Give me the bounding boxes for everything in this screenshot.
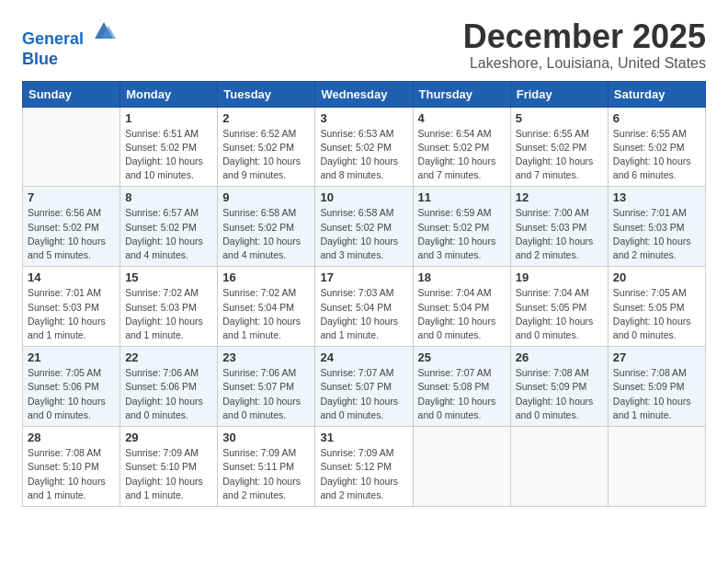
page-header: General Blue December 2025 Lakeshore, Lo… xyxy=(22,18,706,72)
calendar-cell: 23Sunrise: 7:06 AM Sunset: 5:07 PM Dayli… xyxy=(218,347,315,427)
day-detail: Sunrise: 6:59 AM Sunset: 5:02 PM Dayligh… xyxy=(418,206,506,262)
calendar-cell: 7Sunrise: 6:56 AM Sunset: 5:02 PM Daylig… xyxy=(23,187,120,267)
day-detail: Sunrise: 6:58 AM Sunset: 5:02 PM Dayligh… xyxy=(320,206,407,262)
calendar-week-row: 28Sunrise: 7:08 AM Sunset: 5:10 PM Dayli… xyxy=(23,427,706,507)
logo-blue: Blue xyxy=(22,50,118,70)
day-number: 22 xyxy=(125,350,212,364)
day-detail: Sunrise: 7:05 AM Sunset: 5:06 PM Dayligh… xyxy=(28,366,115,422)
calendar-cell: 2Sunrise: 6:52 AM Sunset: 5:02 PM Daylig… xyxy=(218,107,315,187)
day-detail: Sunrise: 6:58 AM Sunset: 5:02 PM Dayligh… xyxy=(222,206,310,262)
calendar-cell: 5Sunrise: 6:55 AM Sunset: 5:02 PM Daylig… xyxy=(510,107,608,187)
day-detail: Sunrise: 7:04 AM Sunset: 5:04 PM Dayligh… xyxy=(418,286,506,342)
logo-text: General xyxy=(22,18,118,50)
day-number: 20 xyxy=(613,270,700,284)
weekday-header-saturday: Saturday xyxy=(608,81,705,107)
calendar-cell: 6Sunrise: 6:55 AM Sunset: 5:02 PM Daylig… xyxy=(608,107,705,187)
calendar-cell: 21Sunrise: 7:05 AM Sunset: 5:06 PM Dayli… xyxy=(23,347,120,427)
logo-general: General xyxy=(22,29,84,48)
logo-icon xyxy=(90,18,118,44)
calendar-table: SundayMondayTuesdayWednesdayThursdayFrid… xyxy=(22,81,706,507)
day-number: 15 xyxy=(125,270,212,284)
day-detail: Sunrise: 6:55 AM Sunset: 5:02 PM Dayligh… xyxy=(613,127,700,183)
calendar-cell: 14Sunrise: 7:01 AM Sunset: 5:03 PM Dayli… xyxy=(23,267,120,347)
day-detail: Sunrise: 7:08 AM Sunset: 5:09 PM Dayligh… xyxy=(613,366,700,422)
day-number: 8 xyxy=(125,190,212,204)
weekday-header-wednesday: Wednesday xyxy=(315,81,413,107)
calendar-cell: 30Sunrise: 7:09 AM Sunset: 5:11 PM Dayli… xyxy=(218,427,315,507)
calendar-cell: 3Sunrise: 6:53 AM Sunset: 5:02 PM Daylig… xyxy=(315,107,413,187)
calendar-subtitle: Lakeshore, Louisiana, United States xyxy=(463,55,706,72)
day-detail: Sunrise: 7:02 AM Sunset: 5:03 PM Dayligh… xyxy=(125,286,212,342)
title-block: December 2025 Lakeshore, Louisiana, Unit… xyxy=(463,18,706,72)
calendar-cell: 28Sunrise: 7:08 AM Sunset: 5:10 PM Dayli… xyxy=(23,427,120,507)
day-detail: Sunrise: 7:09 AM Sunset: 5:11 PM Dayligh… xyxy=(222,446,310,502)
calendar-week-row: 7Sunrise: 6:56 AM Sunset: 5:02 PM Daylig… xyxy=(23,187,706,267)
day-number: 3 xyxy=(320,111,407,125)
calendar-cell: 29Sunrise: 7:09 AM Sunset: 5:10 PM Dayli… xyxy=(120,427,218,507)
calendar-cell: 24Sunrise: 7:07 AM Sunset: 5:07 PM Dayli… xyxy=(315,347,413,427)
calendar-cell xyxy=(413,427,510,507)
day-number: 31 xyxy=(320,431,407,444)
calendar-cell: 9Sunrise: 6:58 AM Sunset: 5:02 PM Daylig… xyxy=(218,187,315,267)
day-detail: Sunrise: 6:51 AM Sunset: 5:02 PM Dayligh… xyxy=(125,127,212,183)
day-number: 4 xyxy=(418,111,506,125)
day-detail: Sunrise: 7:07 AM Sunset: 5:07 PM Dayligh… xyxy=(320,366,407,422)
day-detail: Sunrise: 7:06 AM Sunset: 5:06 PM Dayligh… xyxy=(125,366,212,422)
calendar-cell: 11Sunrise: 6:59 AM Sunset: 5:02 PM Dayli… xyxy=(413,187,510,267)
calendar-cell: 27Sunrise: 7:08 AM Sunset: 5:09 PM Dayli… xyxy=(608,347,705,427)
day-number: 19 xyxy=(516,270,603,284)
day-detail: Sunrise: 6:55 AM Sunset: 5:02 PM Dayligh… xyxy=(516,127,603,183)
calendar-cell: 18Sunrise: 7:04 AM Sunset: 5:04 PM Dayli… xyxy=(413,267,510,347)
calendar-cell: 22Sunrise: 7:06 AM Sunset: 5:06 PM Dayli… xyxy=(120,347,218,427)
calendar-cell xyxy=(608,427,705,507)
calendar-cell: 12Sunrise: 7:00 AM Sunset: 5:03 PM Dayli… xyxy=(510,187,608,267)
day-number: 28 xyxy=(28,431,115,444)
weekday-header-monday: Monday xyxy=(120,81,218,107)
calendar-week-row: 1Sunrise: 6:51 AM Sunset: 5:02 PM Daylig… xyxy=(23,107,706,187)
day-number: 10 xyxy=(320,190,407,204)
day-detail: Sunrise: 6:52 AM Sunset: 5:02 PM Dayligh… xyxy=(222,127,310,183)
day-number: 14 xyxy=(28,270,115,284)
logo: General Blue xyxy=(22,18,118,69)
day-detail: Sunrise: 6:53 AM Sunset: 5:02 PM Dayligh… xyxy=(320,127,407,183)
day-detail: Sunrise: 7:01 AM Sunset: 5:03 PM Dayligh… xyxy=(613,206,700,262)
day-number: 23 xyxy=(222,350,310,364)
day-number: 27 xyxy=(613,350,700,364)
day-number: 6 xyxy=(613,111,700,125)
weekday-header-row: SundayMondayTuesdayWednesdayThursdayFrid… xyxy=(23,81,706,107)
day-number: 26 xyxy=(516,350,603,364)
day-number: 25 xyxy=(418,350,506,364)
day-detail: Sunrise: 6:57 AM Sunset: 5:02 PM Dayligh… xyxy=(125,206,212,262)
day-number: 9 xyxy=(222,190,310,204)
day-number: 5 xyxy=(516,111,603,125)
calendar-cell xyxy=(23,107,120,187)
calendar-cell: 8Sunrise: 6:57 AM Sunset: 5:02 PM Daylig… xyxy=(120,187,218,267)
day-number: 17 xyxy=(320,270,407,284)
calendar-cell: 26Sunrise: 7:08 AM Sunset: 5:09 PM Dayli… xyxy=(510,347,608,427)
day-number: 7 xyxy=(28,190,115,204)
calendar-cell: 4Sunrise: 6:54 AM Sunset: 5:02 PM Daylig… xyxy=(413,107,510,187)
day-detail: Sunrise: 7:09 AM Sunset: 5:12 PM Dayligh… xyxy=(320,446,407,502)
calendar-cell: 15Sunrise: 7:02 AM Sunset: 5:03 PM Dayli… xyxy=(120,267,218,347)
day-detail: Sunrise: 6:56 AM Sunset: 5:02 PM Dayligh… xyxy=(28,206,115,262)
day-detail: Sunrise: 7:02 AM Sunset: 5:04 PM Dayligh… xyxy=(222,286,310,342)
calendar-cell: 13Sunrise: 7:01 AM Sunset: 5:03 PM Dayli… xyxy=(608,187,705,267)
calendar-cell: 1Sunrise: 6:51 AM Sunset: 5:02 PM Daylig… xyxy=(120,107,218,187)
day-detail: Sunrise: 7:04 AM Sunset: 5:05 PM Dayligh… xyxy=(516,286,603,342)
day-detail: Sunrise: 7:06 AM Sunset: 5:07 PM Dayligh… xyxy=(222,366,310,422)
calendar-cell: 16Sunrise: 7:02 AM Sunset: 5:04 PM Dayli… xyxy=(218,267,315,347)
day-detail: Sunrise: 7:07 AM Sunset: 5:08 PM Dayligh… xyxy=(418,366,506,422)
day-detail: Sunrise: 6:54 AM Sunset: 5:02 PM Dayligh… xyxy=(418,127,506,183)
day-number: 2 xyxy=(222,111,310,125)
day-detail: Sunrise: 7:03 AM Sunset: 5:04 PM Dayligh… xyxy=(320,286,407,342)
day-number: 21 xyxy=(28,350,115,364)
day-number: 16 xyxy=(222,270,310,284)
calendar-cell: 19Sunrise: 7:04 AM Sunset: 5:05 PM Dayli… xyxy=(510,267,608,347)
calendar-cell: 25Sunrise: 7:07 AM Sunset: 5:08 PM Dayli… xyxy=(413,347,510,427)
day-detail: Sunrise: 7:01 AM Sunset: 5:03 PM Dayligh… xyxy=(28,286,115,342)
day-number: 30 xyxy=(222,431,310,444)
day-number: 13 xyxy=(613,190,700,204)
day-detail: Sunrise: 7:09 AM Sunset: 5:10 PM Dayligh… xyxy=(125,446,212,502)
calendar-title: December 2025 xyxy=(463,18,706,55)
calendar-cell: 20Sunrise: 7:05 AM Sunset: 5:05 PM Dayli… xyxy=(608,267,705,347)
